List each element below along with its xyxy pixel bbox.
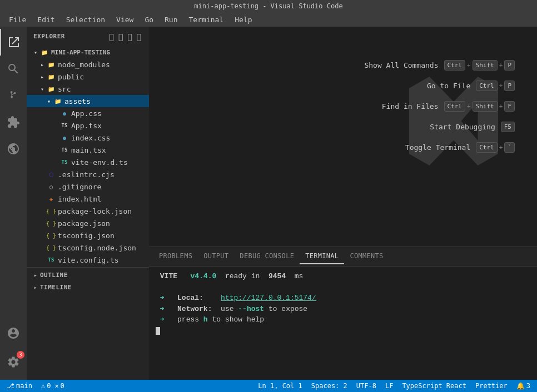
- tree-node-modules[interactable]: ▸ 📁 node_modules: [27, 58, 149, 71]
- tab-comments[interactable]: COMMENTS: [344, 249, 389, 264]
- tree-item-label: App.tsx: [71, 122, 102, 130]
- tree-assets[interactable]: ▾ 📁 assets: [27, 95, 149, 107]
- command-start-debug: Start Debugging F5: [364, 122, 515, 132]
- status-formatter[interactable]: Prettier: [473, 380, 510, 392]
- menu-go[interactable]: Go: [140, 14, 158, 25]
- tree-src[interactable]: ▾ 📁 src: [27, 83, 149, 95]
- kbd-plus: +: [467, 103, 471, 110]
- status-notifications[interactable]: 🔔 3: [514, 380, 533, 392]
- menu-selection[interactable]: Selection: [62, 14, 110, 25]
- tree-item-label: src: [58, 85, 71, 93]
- chevron-right-icon: ▸: [31, 270, 40, 279]
- tree-index-html[interactable]: ▸ ◈ index.html: [27, 193, 149, 205]
- status-branch[interactable]: ⎇ main: [4, 380, 34, 392]
- timeline-section[interactable]: ▸ TIMELINE: [27, 281, 149, 293]
- outline-section[interactable]: ▸ OUTLINE: [27, 269, 149, 281]
- menu-edit[interactable]: Edit: [33, 14, 59, 25]
- status-position[interactable]: Ln 1, Col 1: [256, 380, 304, 392]
- activity-remote[interactable]: [0, 135, 27, 162]
- command-show-all: Show All Commands Ctrl + Shift + P: [364, 60, 515, 71]
- kbd-plus: +: [467, 62, 471, 69]
- tab-problems[interactable]: PROBLEMS: [153, 249, 198, 264]
- tree-tsconfig-node[interactable]: ▸ { } tsconfig.node.json: [27, 242, 149, 254]
- t-url[interactable]: http://127.0.0.1:5174/: [221, 294, 316, 302]
- tree-vite-env[interactable]: ▸ TS vite-env.d.ts: [27, 156, 149, 168]
- t-ready: ready in: [221, 272, 264, 280]
- menu-file[interactable]: File: [4, 14, 31, 25]
- folder-icon: 📁: [40, 48, 49, 57]
- command-label: Show All Commands: [364, 61, 438, 69]
- refresh-icon[interactable]: : [126, 32, 133, 42]
- t-version: v4.4.0: [190, 272, 216, 280]
- tree-index-css[interactable]: ▸ ● index.css: [27, 132, 149, 144]
- tree-project-root[interactable]: ▾ 📁 MINI-APP-TESTING: [27, 46, 149, 58]
- activity-accounts[interactable]: [0, 320, 27, 346]
- status-line-ending[interactable]: LF: [383, 380, 395, 392]
- tree-item-label: main.tsx: [71, 146, 106, 154]
- kbd-group: Ctrl + P: [476, 81, 515, 91]
- status-spaces[interactable]: Spaces: 2: [309, 380, 350, 392]
- kbd-plus: +: [499, 103, 503, 110]
- eslint-icon: ⬡: [47, 170, 56, 179]
- outline-label: OUTLINE: [40, 272, 68, 279]
- kbd-group: F5: [501, 122, 515, 132]
- tab-debug-console[interactable]: DEBUG CONSOLE: [234, 249, 300, 264]
- menu-help[interactable]: Help: [230, 14, 256, 25]
- sidebar: Explorer     ▾ 📁 MINI-APP-TESTING ▸ …: [27, 27, 149, 380]
- tree-item-label: package-lock.json: [58, 207, 132, 215]
- tree-package-lock[interactable]: ▸ { } package-lock.json: [27, 205, 149, 217]
- tree-item-label: package.json: [58, 219, 110, 228]
- new-file-icon[interactable]: : [108, 32, 115, 42]
- status-encoding[interactable]: UTF-8: [354, 380, 379, 392]
- git-icon: ○: [47, 182, 56, 191]
- tree-package-json[interactable]: ▸ { } package.json: [27, 217, 149, 229]
- warning-count: 0: [61, 382, 64, 390]
- new-folder-icon[interactable]: : [117, 32, 124, 42]
- t-toshow: to show help: [212, 315, 264, 324]
- tree-app-tsx[interactable]: ▸ TS App.tsx: [27, 119, 149, 132]
- sidebar-toolbar:    : [108, 32, 142, 42]
- tree-gitignore[interactable]: ▸ ○ .gitignore: [27, 180, 149, 193]
- status-language[interactable]: TypeScript React: [400, 380, 469, 392]
- status-errors[interactable]: ⚠ 0 ✕ 0: [39, 380, 67, 392]
- folder-icon: 📁: [47, 72, 56, 81]
- kbd: F5: [501, 122, 515, 132]
- kbd-group: Ctrl + Shift + F: [444, 101, 515, 112]
- t-arrow: ➜: [156, 294, 168, 302]
- command-label: Start Debugging: [430, 123, 495, 131]
- tree-tsconfig[interactable]: ▸ { } tsconfig.json: [27, 229, 149, 242]
- tree-public[interactable]: ▸ 📁 public: [27, 71, 149, 83]
- activity-settings[interactable]: 3: [0, 349, 27, 375]
- tree-app-css[interactable]: ▸ ● App.css: [27, 107, 149, 119]
- folder-icon: 📁: [47, 60, 56, 69]
- activity-explorer[interactable]: [0, 29, 27, 56]
- sidebar-header: Explorer    : [27, 27, 149, 46]
- tab-terminal[interactable]: TERMINAL: [300, 249, 344, 264]
- line-ending-text: LF: [385, 382, 393, 390]
- kbd: P: [504, 60, 515, 71]
- kbd-plus: +: [499, 82, 503, 89]
- menu-run[interactable]: Run: [160, 14, 182, 25]
- position-text: Ln 1, Col 1: [258, 382, 302, 390]
- tab-output[interactable]: OUTPUT: [198, 249, 234, 264]
- activity-extensions[interactable]: [0, 109, 27, 135]
- chevron-right-icon: ▸: [31, 283, 40, 292]
- activity-source-control[interactable]: [0, 82, 27, 109]
- menu-terminal[interactable]: Terminal: [185, 14, 228, 25]
- collapse-icon[interactable]: : [136, 32, 142, 42]
- tree-eslintrc[interactable]: ▸ ⬡ .eslintrc.cjs: [27, 168, 149, 180]
- activity-search[interactable]: [0, 56, 27, 82]
- tree-item-label: vite-env.d.ts: [71, 158, 128, 167]
- command-toggle-terminal: Toggle Terminal Ctrl + `: [364, 142, 515, 153]
- command-label: Go to File: [427, 82, 470, 90]
- sidebar-title: Explorer: [33, 33, 65, 40]
- terminal-blank: [156, 282, 530, 293]
- css-file-icon: ●: [60, 133, 69, 142]
- html-icon: ◈: [47, 194, 56, 203]
- editor-content: Show All Commands Ctrl + Shift + P Go to…: [149, 27, 537, 247]
- terminal-content[interactable]: VITE v4.4.0 ready in 9454 ms ➜ Local: ht…: [149, 267, 537, 380]
- json-icon: { }: [47, 231, 56, 240]
- tree-main-tsx[interactable]: ▸ TS main.tsx: [27, 144, 149, 156]
- tree-vite-config[interactable]: ▸ TS vite.config.ts: [27, 254, 149, 266]
- menu-view[interactable]: View: [112, 14, 138, 25]
